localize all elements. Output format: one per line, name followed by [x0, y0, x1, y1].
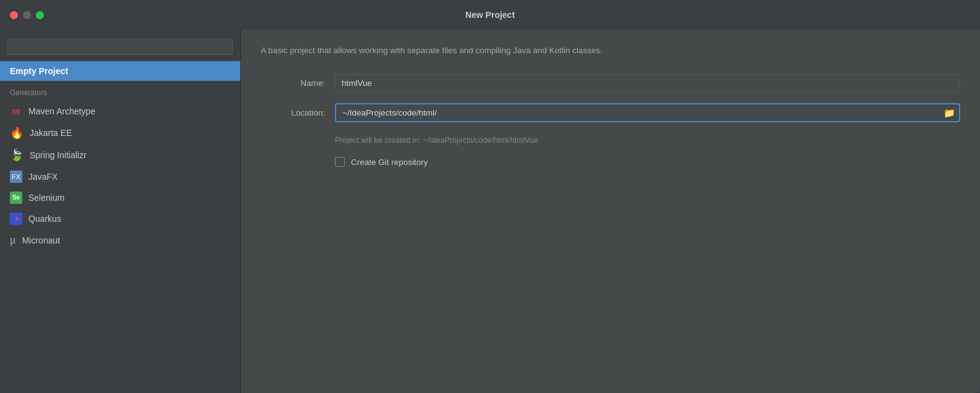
main-form: A basic project that allows working with… [241, 30, 980, 393]
name-row: Name: [261, 74, 960, 92]
create-git-checkbox[interactable] [335, 157, 345, 167]
search-wrapper: ⌕ [7, 38, 233, 55]
generators-section-label: Generators [0, 81, 240, 101]
location-input[interactable] [335, 103, 960, 122]
project-path-hint: Project will be created in: ~/IdeaProjec… [335, 136, 960, 145]
new-project-window: New Project ⌕ Empty Project Generators m… [0, 0, 980, 393]
sidebar-item-quarkus[interactable]: ✦ Quarkus [0, 208, 240, 229]
spring-initializr-label: Spring Initializr [30, 150, 87, 160]
window-title: New Project [465, 10, 515, 20]
project-description: A basic project that allows working with… [261, 44, 960, 57]
content-area: ⌕ Empty Project Generators m Maven Arche… [0, 30, 980, 393]
name-input[interactable] [335, 74, 960, 92]
javafx-label: JavaFX [28, 172, 57, 182]
location-row: Location: 📁 [261, 103, 960, 122]
sidebar-item-selenium[interactable]: Se Selenium [0, 187, 240, 208]
sidebar-item-javafx[interactable]: FX JavaFX [0, 166, 240, 187]
spring-icon: 🍃 [10, 148, 23, 162]
sidebar-item-micronaut[interactable]: μ Micronaut [0, 229, 240, 251]
search-container: ⌕ [0, 35, 240, 61]
jakarta-icon: 🔥 [10, 126, 23, 140]
close-button[interactable] [10, 11, 18, 19]
quarkus-label: Quarkus [28, 214, 61, 224]
name-label: Name: [261, 78, 335, 88]
maven-archetype-label: Maven Archetype [28, 106, 95, 116]
selenium-icon: Se [10, 192, 22, 204]
location-label: Location: [261, 108, 335, 117]
traffic-lights [10, 11, 44, 19]
sidebar-item-spring-initializr[interactable]: 🍃 Spring Initializr [0, 144, 240, 166]
sidebar: ⌕ Empty Project Generators m Maven Arche… [0, 30, 241, 393]
selenium-label: Selenium [28, 193, 64, 203]
sidebar-item-empty-project[interactable]: Empty Project [0, 61, 240, 81]
jakarta-ee-label: Jakarta EE [30, 128, 72, 138]
minimize-button[interactable] [23, 11, 31, 19]
micronaut-label: Micronaut [22, 235, 60, 245]
maximize-button[interactable] [36, 11, 44, 19]
location-wrapper: 📁 [335, 103, 960, 122]
sidebar-item-jakarta-ee[interactable]: 🔥 Jakarta EE [0, 122, 240, 144]
sidebar-item-maven-archetype[interactable]: m Maven Archetype [0, 101, 240, 122]
browse-folder-button[interactable]: 📁 [944, 108, 955, 119]
javafx-icon: FX [10, 171, 22, 183]
titlebar: New Project [0, 0, 980, 30]
create-git-label[interactable]: Create Git repository [351, 158, 428, 167]
search-input[interactable] [7, 38, 233, 55]
git-repository-row: Create Git repository [335, 157, 960, 167]
micronaut-icon: μ [10, 234, 16, 247]
empty-project-label: Empty Project [10, 66, 68, 76]
maven-icon: m [10, 105, 22, 117]
quarkus-icon: ✦ [10, 213, 22, 225]
